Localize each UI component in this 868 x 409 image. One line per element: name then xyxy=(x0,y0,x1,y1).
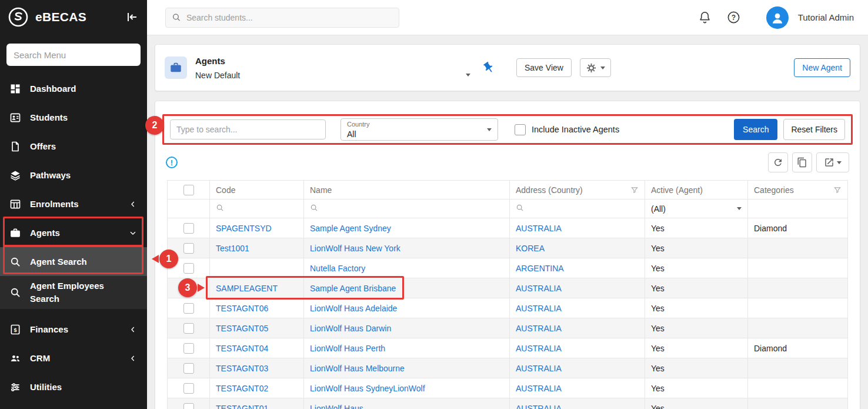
row-name-link[interactable]: LionWolf Haus New York xyxy=(310,244,400,253)
user-avatar[interactable] xyxy=(766,6,789,29)
chevron-down-icon xyxy=(837,161,842,164)
reset-filters-button[interactable]: Reset Filters xyxy=(783,119,845,140)
row-name-link[interactable]: Sample Agent Brisbane xyxy=(310,284,396,293)
row-active-value: Yes xyxy=(645,338,748,358)
sidebar-item-finances[interactable]: $ Finances xyxy=(0,315,147,344)
row-country-link[interactable]: AUSTRALIA xyxy=(516,224,562,233)
sidebar-item-agent-employees-search[interactable]: Agent Employees Search xyxy=(0,276,147,309)
categories-filter-cell[interactable] xyxy=(748,199,848,218)
row-checkbox[interactable] xyxy=(183,383,194,394)
sidebar-item-enrolments[interactable]: Enrolments xyxy=(0,189,147,218)
agent-search-input[interactable] xyxy=(170,119,326,139)
row-country-link[interactable]: AUSTRALIA xyxy=(516,304,562,313)
sidebar-item-students[interactable]: Students xyxy=(0,103,147,132)
sidebar-item-crm[interactable]: CRM xyxy=(0,344,147,373)
sidebar-item-agent-search[interactable]: Agent Search xyxy=(0,247,147,276)
select-all-checkbox[interactable] xyxy=(183,185,194,195)
notifications-bell-icon[interactable] xyxy=(698,11,712,24)
row-code-link[interactable]: TESTAGNT04 xyxy=(216,344,268,353)
annotation-arrow-3 xyxy=(198,284,205,292)
search-button[interactable]: Search xyxy=(734,119,777,140)
row-name-link[interactable]: LionWolf Haus SydneyLionWolf xyxy=(310,384,425,393)
row-checkbox[interactable] xyxy=(183,323,194,334)
sidebar-item-agents[interactable]: Agents xyxy=(0,218,147,247)
row-country-link[interactable]: AUSTRALIA xyxy=(516,324,562,333)
menu-search-input[interactable] xyxy=(6,44,141,66)
column-header-name[interactable]: Name xyxy=(304,181,510,199)
row-code-link[interactable]: TESTAGNT03 xyxy=(216,364,268,373)
view-select[interactable]: New Default xyxy=(195,71,470,80)
row-checkbox[interactable] xyxy=(183,263,194,274)
column-header-active-agent[interactable]: Active (Agent) xyxy=(645,181,748,199)
row-name-link[interactable]: LionWolf Haus Darwin xyxy=(310,324,391,333)
active-filter-select[interactable]: (All) xyxy=(645,199,748,218)
row-country-link[interactable]: ARGENTINA xyxy=(516,264,564,273)
row-code-link[interactable]: TESTAGNT06 xyxy=(216,304,268,313)
row-checkbox[interactable] xyxy=(183,343,194,354)
row-country-link[interactable]: AUSTRALIA xyxy=(516,404,562,409)
row-country-link[interactable]: AUSTRALIA xyxy=(516,384,562,393)
column-header-code[interactable]: Code xyxy=(210,181,304,199)
column-header-address-country[interactable]: Address (Country) xyxy=(510,181,645,199)
refresh-button[interactable] xyxy=(768,152,788,172)
sidebar: eBECAS Dashboard Student xyxy=(0,0,147,409)
code-filter-cell[interactable] xyxy=(210,199,304,218)
row-country-link[interactable]: AUSTRALIA xyxy=(516,284,562,293)
column-header-categories[interactable]: Categories xyxy=(748,181,848,199)
table-row[interactable]: SAMPLEAGENT Sample Agent Brisbane AUSTRA… xyxy=(168,278,848,298)
row-name-link[interactable]: LionWolf Haus Adelaide xyxy=(310,304,397,313)
sidebar-item-utilities[interactable]: Utilities xyxy=(0,373,147,401)
sidebar-item-dashboard[interactable]: Dashboard xyxy=(0,74,147,103)
row-name-link[interactable]: LionWolf Haus xyxy=(310,404,363,409)
new-agent-button[interactable]: New Agent xyxy=(794,58,850,77)
info-icon[interactable]: ! xyxy=(166,157,178,168)
row-checkbox[interactable] xyxy=(183,403,194,409)
row-checkbox[interactable] xyxy=(183,363,194,374)
row-checkbox[interactable] xyxy=(183,223,194,234)
table-row[interactable]: TESTAGNT05 LionWolf Haus Darwin AUSTRALI… xyxy=(168,318,848,338)
sidebar-item-pathways[interactable]: Pathways xyxy=(0,161,147,189)
row-country-link[interactable]: AUSTRALIA xyxy=(516,344,562,353)
row-checkbox[interactable] xyxy=(183,303,194,314)
row-country-link[interactable]: AUSTRALIA xyxy=(516,364,562,373)
row-code-link[interactable]: SAMPLEAGENT xyxy=(216,284,278,293)
ebecas-logo-icon xyxy=(7,6,29,28)
table-row[interactable]: TESTAGNT04 LionWolf Haus Perth AUSTRALIA… xyxy=(168,338,848,358)
row-code-link[interactable]: TESTAGNT01 xyxy=(216,404,268,409)
table-row[interactable]: TESTAGNT01 LionWolf Haus AUSTRALIA Yes xyxy=(168,398,848,409)
export-button[interactable] xyxy=(816,152,849,172)
row-code-link[interactable]: Test1001 xyxy=(216,244,249,253)
row-country-link[interactable]: KOREA xyxy=(516,244,545,253)
include-inactive-checkbox[interactable] xyxy=(515,124,526,135)
view-settings-button[interactable] xyxy=(580,58,611,77)
row-code-link[interactable]: TESTAGNT02 xyxy=(216,384,268,393)
sidebar-item-label: Enrolments xyxy=(30,199,79,209)
student-search-input[interactable] xyxy=(186,13,393,22)
table-row[interactable]: TESTAGNT02 LionWolf Haus SydneyLionWolf … xyxy=(168,378,848,398)
table-row[interactable]: TESTAGNT06 LionWolf Haus Adelaide AUSTRA… xyxy=(168,298,848,318)
country-select-label: Country xyxy=(347,121,492,128)
country-select[interactable]: Country All xyxy=(340,118,498,141)
table-row[interactable]: Test1001 LionWolf Haus New York KOREA Ye… xyxy=(168,238,848,258)
crm-icon xyxy=(9,353,21,364)
row-name-link[interactable]: Sample Agent Sydney xyxy=(310,224,391,233)
name-filter-cell[interactable] xyxy=(304,199,510,218)
save-view-button[interactable]: Save View xyxy=(516,58,572,77)
table-row[interactable]: TESTAGNT03 LionWolf Haus Melbourne AUSTR… xyxy=(168,358,848,378)
row-code-link[interactable]: TESTAGNT05 xyxy=(216,324,268,333)
row-name-link[interactable]: LionWolf Haus Melbourne xyxy=(310,364,405,373)
filter-funnel-icon[interactable] xyxy=(833,186,842,194)
copy-button[interactable] xyxy=(792,152,812,172)
sidebar-item-offers[interactable]: Offers xyxy=(0,132,147,161)
row-name-link[interactable]: LionWolf Haus Perth xyxy=(310,344,385,353)
row-code-link[interactable]: SPAGENTSYD xyxy=(216,224,272,233)
help-icon[interactable]: ? xyxy=(727,11,740,24)
pin-view-icon[interactable] xyxy=(480,59,498,77)
filter-funnel-icon[interactable] xyxy=(630,186,639,194)
table-row[interactable]: Nutella Factory ARGENTINA Yes xyxy=(168,258,848,278)
address-filter-cell[interactable] xyxy=(510,199,645,218)
collapse-sidebar-icon[interactable] xyxy=(125,10,139,24)
row-name-link[interactable]: Nutella Factory xyxy=(310,264,365,273)
row-checkbox[interactable] xyxy=(183,243,194,254)
table-row[interactable]: SPAGENTSYD Sample Agent Sydney AUSTRALIA… xyxy=(168,218,848,238)
